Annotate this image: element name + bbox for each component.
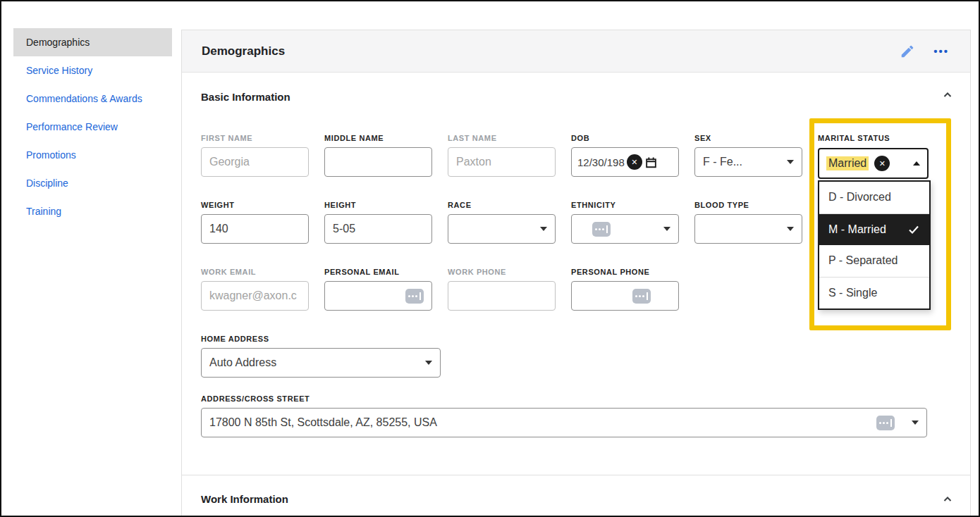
edit-pencil-icon[interactable] (900, 44, 915, 59)
last-name-input[interactable]: Paxton (448, 147, 556, 177)
page-title: Demographics (202, 44, 285, 58)
chevron-down-icon (425, 361, 432, 365)
height-input[interactable]: 5-05 (324, 214, 432, 244)
sidebar-item-label: Commendations & Awards (26, 93, 142, 104)
last-name-value: Paxton (456, 156, 491, 168)
sidebar-item-service-history[interactable]: Service History (13, 56, 172, 85)
marital-option-divorced[interactable]: D - Divorced (819, 182, 929, 214)
collapse-work-chevron-icon[interactable] (942, 494, 953, 505)
sidebar-item-promotions[interactable]: Promotions (13, 141, 172, 169)
section-title-work: Work Information (201, 493, 288, 505)
personal-phone-input[interactable] (571, 281, 679, 311)
personal-email-label: PERSONAL EMAIL (324, 268, 432, 276)
app-window: Demographics Service History Commendatio… (0, 0, 980, 517)
sex-label: SEX (694, 134, 802, 142)
sex-value: F - Fe... (703, 156, 742, 168)
more-options-icon[interactable]: ••• (933, 46, 949, 56)
check-icon (907, 223, 920, 236)
sidebar-item-demographics[interactable]: Demographics (13, 28, 172, 56)
last-name-field: LAST NAME Paxton (448, 134, 556, 177)
option-label: M - Married (828, 223, 886, 236)
first-name-input[interactable]: Georgia (201, 147, 309, 177)
work-email-input[interactable]: kwagner@axon.c (201, 281, 309, 311)
sidebar-item-label: Training (26, 206, 61, 217)
first-name-label: FIRST NAME (201, 134, 309, 142)
race-label: RACE (448, 201, 556, 209)
marital-status-value-highlighted: Married (826, 156, 869, 170)
ethnicity-field: ETHNICITY (571, 201, 679, 244)
chevron-down-icon (787, 227, 794, 231)
chevron-down-icon (663, 227, 670, 231)
work-email-label: WORK EMAIL (201, 268, 309, 276)
middle-name-field: MIDDLE NAME (324, 134, 432, 177)
blood-type-select[interactable] (694, 214, 802, 244)
sidebar-item-label: Demographics (26, 37, 90, 48)
calendar-icon[interactable] (644, 156, 658, 169)
height-field: HEIGHT 5-05 (324, 201, 432, 244)
personal-phone-field: PERSONAL PHONE (571, 268, 679, 311)
home-address-select[interactable]: Auto Address (201, 348, 441, 378)
dob-field: DOB 12/30/198 ✕ (571, 134, 679, 177)
autofill-icon (632, 289, 651, 304)
chevron-down-icon (540, 227, 547, 231)
work-email-field: WORK EMAIL kwagner@axon.c (201, 268, 309, 311)
dob-value: 12/30/198 (577, 156, 625, 168)
marital-option-separated[interactable]: P - Separated (819, 245, 929, 278)
collapse-basic-chevron-icon[interactable] (942, 89, 953, 101)
sidebar-item-label: Service History (26, 65, 92, 76)
middle-name-input[interactable] (324, 147, 432, 177)
personal-phone-label: PERSONAL PHONE (571, 268, 679, 276)
sidebar-item-discipline[interactable]: Discipline (13, 169, 172, 197)
autofill-icon (876, 416, 895, 430)
personal-email-input[interactable] (324, 281, 432, 311)
weight-field: WEIGHT 140 (201, 201, 309, 244)
sidebar-item-performance-review[interactable]: Performance Review (13, 113, 172, 141)
dob-clear-icon[interactable]: ✕ (627, 154, 642, 170)
ethnicity-label: ETHNICITY (571, 201, 679, 209)
sidebar-item-commendations-awards[interactable]: Commendations & Awards (13, 85, 172, 113)
work-phone-field: WORK PHONE (448, 268, 556, 311)
marital-status-clear-icon[interactable]: ✕ (874, 156, 890, 171)
sex-select[interactable]: F - Fe... (694, 147, 802, 177)
weight-value: 140 (209, 223, 228, 235)
last-name-label: LAST NAME (448, 134, 556, 142)
work-phone-input[interactable] (448, 281, 556, 311)
option-label: P - Separated (828, 254, 898, 267)
chevron-down-icon (787, 160, 794, 164)
option-label: S - Single (828, 287, 877, 299)
sidebar: Demographics Service History Commendatio… (1, 28, 181, 225)
header-actions: ••• (900, 44, 949, 59)
address-cross-street-input[interactable]: 17800 N 85th St, Scottsdale, AZ, 85255, … (201, 408, 927, 437)
weight-label: WEIGHT (201, 201, 309, 209)
sidebar-item-label: Performance Review (26, 121, 118, 132)
sidebar-item-training[interactable]: Training (13, 197, 172, 225)
marital-status-label: MARITAL STATUS (818, 134, 929, 142)
marital-option-single[interactable]: S - Single (819, 278, 929, 309)
marital-option-married[interactable]: M - Married (819, 214, 929, 246)
work-email-value: kwagner@axon.c (209, 289, 297, 302)
blood-type-field: BLOOD TYPE (694, 201, 802, 244)
autofill-icon (405, 289, 424, 304)
section-divider (182, 475, 970, 475)
sex-field: SEX F - Fe... (694, 134, 802, 177)
middle-name-label: MIDDLE NAME (324, 134, 432, 142)
sidebar-item-label: Promotions (26, 149, 76, 161)
personal-email-field: PERSONAL EMAIL (324, 268, 432, 311)
home-address-label: HOME ADDRESS (201, 335, 441, 343)
sidebar-item-label: Discipline (26, 177, 68, 189)
weight-input[interactable]: 140 (201, 214, 309, 244)
height-label: HEIGHT (324, 201, 432, 209)
ethnicity-select[interactable] (571, 214, 679, 244)
first-name-field: FIRST NAME Georgia (201, 134, 309, 177)
section-title-basic: Basic Information (201, 91, 290, 103)
marital-status-select[interactable]: Married ✕ (818, 148, 929, 179)
address-cross-street-field: ADDRESS/CROSS STREET 17800 N 85th St, Sc… (201, 394, 927, 437)
address-cross-street-label: ADDRESS/CROSS STREET (201, 394, 927, 403)
address-cross-street-value: 17800 N 85th St, Scottsdale, AZ, 85255, … (209, 416, 876, 429)
panel-header: Demographics ••• (182, 30, 970, 73)
blood-type-label: BLOOD TYPE (694, 201, 802, 209)
dob-input[interactable]: 12/30/198 ✕ (571, 147, 679, 177)
race-select[interactable] (448, 214, 556, 244)
dob-label: DOB (571, 134, 679, 142)
race-field: RACE (448, 201, 556, 244)
